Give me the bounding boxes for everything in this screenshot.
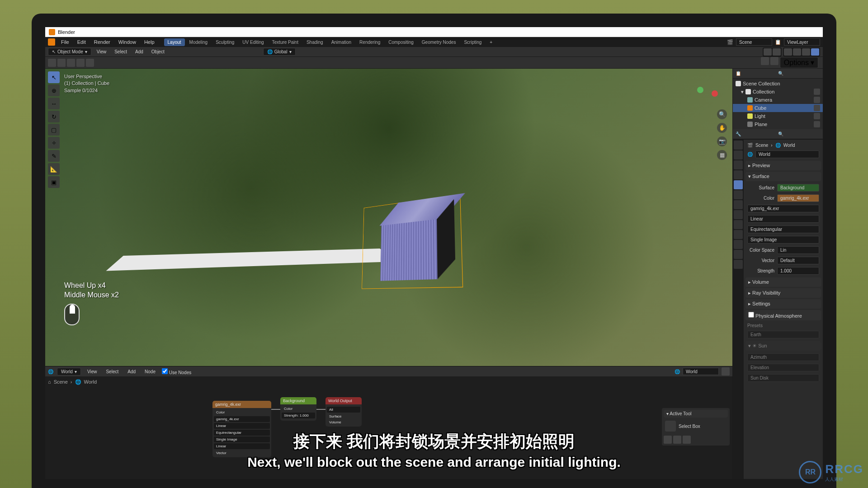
scene-name-input[interactable] <box>736 38 772 46</box>
select-menu[interactable]: Select <box>112 48 130 55</box>
chevron-down-icon[interactable]: ▾ <box>741 89 744 95</box>
menu-render[interactable]: Render <box>91 38 113 46</box>
plane-row[interactable]: Plane <box>733 120 823 128</box>
scale-tool-icon[interactable]: ▢ <box>48 124 60 136</box>
tab-uv-editing[interactable]: UV Editing <box>239 38 267 46</box>
colorspace-field[interactable]: Linear <box>214 443 270 449</box>
color-input-socket[interactable]: Color <box>282 406 315 412</box>
node-select-menu[interactable]: Select <box>103 368 121 375</box>
world-name-input[interactable]: World <box>755 150 819 158</box>
solid-shading-icon[interactable] <box>793 48 801 56</box>
pin-icon[interactable] <box>722 367 730 375</box>
snap-icon[interactable] <box>761 57 769 65</box>
extension-field[interactable]: Single Image <box>214 436 270 442</box>
use-nodes-checkbox[interactable] <box>162 368 168 374</box>
cursor-tool-icon[interactable]: ⊕ <box>48 84 60 96</box>
settings-section[interactable]: ▸ Settings <box>745 299 821 309</box>
vector-input-socket[interactable]: Vector <box>214 450 270 456</box>
search-icon[interactable]: 🔍 <box>741 71 820 76</box>
overlay-gizmo-icon[interactable] <box>764 48 772 56</box>
tab-animation[interactable]: Animation <box>328 38 355 46</box>
select-subtract-icon[interactable] <box>683 436 691 444</box>
sun-disk-toggle[interactable]: Sun Disk <box>747 374 819 382</box>
surface-section[interactable]: ▾ Surface <box>745 172 821 181</box>
sel-toggle3-icon[interactable] <box>76 59 85 67</box>
editor-type-icon[interactable]: 🌐 <box>48 369 53 374</box>
wireframe-shading-icon[interactable] <box>784 48 792 56</box>
tab-layout[interactable]: Layout <box>164 38 185 46</box>
tab-compositing[interactable]: Compositing <box>385 38 417 46</box>
surface-input-socket[interactable]: Surface <box>327 413 360 419</box>
tab-rendering[interactable]: Rendering <box>356 38 384 46</box>
preset-select[interactable]: Earth <box>747 331 819 338</box>
physics-tab-icon[interactable] <box>734 220 743 229</box>
camera-row[interactable]: Camera <box>733 96 823 104</box>
preview-section[interactable]: ▸ Preview <box>745 161 821 170</box>
scene-tab-icon[interactable] <box>734 170 743 179</box>
cube-row[interactable]: Cube <box>733 104 823 112</box>
annotate-tool-icon[interactable]: ✎ <box>48 150 60 162</box>
material-shading-icon[interactable] <box>802 48 810 56</box>
color-output-socket[interactable]: Color <box>214 409 270 415</box>
viewlayer-tab-icon[interactable] <box>734 160 743 169</box>
material-tab-icon[interactable] <box>734 250 743 259</box>
texture-path-input[interactable]: gamrig_4k.exr <box>747 205 819 212</box>
tab-sculpting[interactable]: Sculpting <box>212 38 238 46</box>
output-tab-icon[interactable] <box>734 150 743 160</box>
world-tab-icon[interactable] <box>734 180 743 189</box>
color-texture-select[interactable]: gamrig_4k.exr <box>777 194 819 202</box>
visibility-toggle-icon[interactable] <box>814 113 820 119</box>
strength-input[interactable]: 1.000 <box>777 267 819 275</box>
elevation-input[interactable]: Elevation <box>747 364 819 371</box>
move-tool-icon[interactable]: ↔ <box>48 98 60 109</box>
axis-y-icon[interactable] <box>697 87 703 93</box>
rotate-tool-icon[interactable]: ↻ <box>48 111 60 122</box>
view-menu[interactable]: View <box>94 48 109 55</box>
menu-window[interactable]: Window <box>115 38 139 46</box>
viewlayer-name-input[interactable] <box>784 38 820 46</box>
breadcrumb-world[interactable]: World <box>84 379 97 385</box>
scene-collection-row[interactable]: Scene Collection <box>733 80 823 88</box>
visibility-toggle-icon[interactable] <box>814 97 820 103</box>
orientation-select[interactable]: 🌐 Global ▾ <box>263 48 296 56</box>
node-canvas[interactable]: gamrig_4k.exr Color gamrig_4k.exr Linear… <box>45 387 732 479</box>
use-nodes-toggle[interactable]: Use Nodes <box>162 368 191 375</box>
tab-modeling[interactable]: Modeling <box>186 38 212 46</box>
cube-object[interactable] <box>380 205 456 282</box>
projection-select[interactable]: Equirectangular <box>747 225 819 233</box>
data-tab-icon[interactable] <box>734 240 743 249</box>
physical-atmosphere-section[interactable]: Physical Atmosphere <box>745 310 821 320</box>
breadcrumb-scene[interactable]: Scene <box>54 379 68 385</box>
world-datablock-input[interactable] <box>683 368 719 375</box>
properties-icon[interactable]: 🔧 <box>736 131 741 136</box>
volume-section[interactable]: ▸ Volume <box>745 277 821 287</box>
modifier-tab-icon[interactable] <box>734 200 743 209</box>
particle-tab-icon[interactable] <box>734 210 743 219</box>
search-icon[interactable]: 🔍 <box>741 131 820 136</box>
menu-help[interactable]: Help <box>141 38 158 46</box>
sel-toggle4-icon[interactable] <box>86 59 94 67</box>
blender-logo-icon[interactable] <box>48 38 55 46</box>
colorspace-select[interactable]: Lin <box>777 246 819 254</box>
home-icon[interactable]: ⌂ <box>48 379 51 385</box>
tab-texture-paint[interactable]: Texture Paint <box>269 38 302 46</box>
volume-input-socket[interactable]: Volume <box>327 419 360 425</box>
add-menu[interactable]: Add <box>132 48 146 55</box>
visibility-toggle-icon[interactable] <box>814 105 820 111</box>
node-node-menu[interactable]: Node <box>142 368 158 375</box>
select-new-icon[interactable] <box>664 436 672 444</box>
visibility-toggle-icon[interactable] <box>814 89 820 95</box>
world-output-node[interactable]: World Output All Surface Volume <box>326 397 362 427</box>
vector-select[interactable]: Default <box>777 257 819 264</box>
ortho-toggle-icon[interactable]: ▦ <box>717 150 727 160</box>
environment-texture-node[interactable]: gamrig_4k.exr Color gamrig_4k.exr Linear… <box>212 401 271 457</box>
background-node[interactable]: Background Color Strength: 1.000 <box>280 397 316 421</box>
node-view-menu[interactable]: View <box>85 368 100 375</box>
pan-icon[interactable]: ✋ <box>717 123 727 133</box>
object-tab-icon[interactable] <box>734 190 743 199</box>
tab-scripting[interactable]: Scripting <box>460 38 485 46</box>
editor-type-icon[interactable] <box>48 59 56 67</box>
menu-file[interactable]: File <box>58 38 72 46</box>
proportional-icon[interactable] <box>770 57 778 65</box>
rendered-shading-icon[interactable] <box>811 48 819 56</box>
